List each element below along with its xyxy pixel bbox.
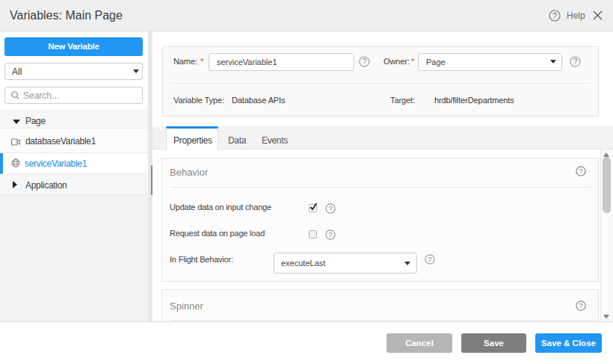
svg-text:?: ? [328, 204, 332, 212]
svg-text:?: ? [363, 58, 367, 66]
svg-text:?: ? [552, 11, 557, 20]
svg-text:?: ? [573, 58, 578, 66]
svg-text:?: ? [579, 167, 582, 175]
svg-text:?: ? [428, 255, 431, 263]
svg-text:?: ? [328, 230, 332, 238]
svg-text:?: ? [579, 301, 582, 309]
